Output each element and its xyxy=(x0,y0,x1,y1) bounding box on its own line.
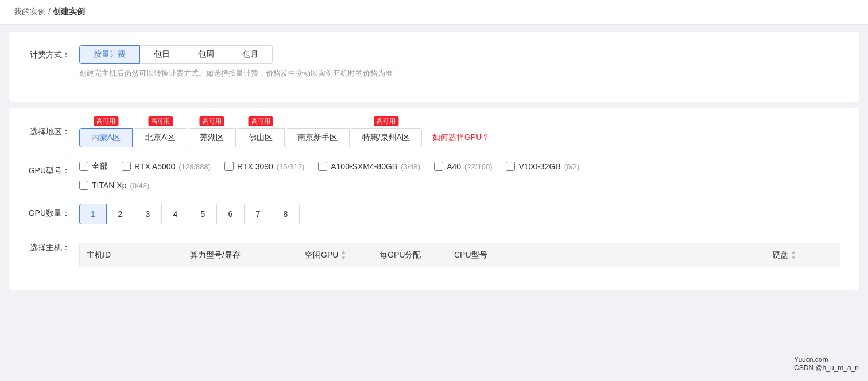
gpu-qty-7[interactable]: 7 xyxy=(245,204,272,224)
gpu-qty-content: 1 2 3 4 5 6 7 8 xyxy=(79,204,840,224)
gpu-a100-count: (3/48) xyxy=(401,162,420,171)
billing-weekly[interactable]: 包周 xyxy=(184,45,228,64)
region-btn-beijing[interactable]: 北京A区 xyxy=(134,128,187,147)
region-beijing: 高可用 北京A区 xyxy=(134,122,187,147)
region-badge-tehui: 高可用 xyxy=(374,116,398,126)
gpu-rtx-a5000-count: (128/888) xyxy=(179,162,211,171)
region-row: 选择地区： 高可用 内蒙A区 高可用 北京A区 高可用 xyxy=(28,122,840,147)
gpu-titan-xp-label: TITAN Xp xyxy=(92,181,126,190)
gpu-type-rtx-a5000-checkbox[interactable] xyxy=(122,162,131,171)
how-to-choose-gpu-link[interactable]: 如何选择GPU？ xyxy=(432,133,490,143)
region-tehui: 高可用 特惠/泉州A区 xyxy=(351,122,422,147)
region-btn-nanjing[interactable]: 南京新手区 xyxy=(286,128,350,147)
gpu-rtx-3090-count: (15/312) xyxy=(277,162,304,171)
gpu-titan-xp-count: (0/48) xyxy=(130,181,149,190)
region-badge-wuhu: 高可用 xyxy=(200,116,224,126)
gpu-type-a40-checkbox[interactable] xyxy=(434,162,443,171)
breadcrumb-parent[interactable]: 我的实例 xyxy=(14,7,46,16)
gpu-type-v100[interactable]: V100-32GB (0/2) xyxy=(506,162,579,171)
region-badge-inner-mongolia: 高可用 xyxy=(94,116,118,126)
region-label: 选择地区： xyxy=(28,122,79,137)
gpu-type-v100-checkbox[interactable] xyxy=(506,162,515,171)
region-btn-tehui[interactable]: 特惠/泉州A区 xyxy=(351,128,422,147)
billing-daily[interactable]: 包日 xyxy=(140,45,184,64)
gpu-type-all-checkbox[interactable] xyxy=(79,162,88,171)
region-btn-inner-mongolia[interactable]: 内蒙A区 xyxy=(79,128,133,147)
gpu-type-row: GPU型号： 全部 RTX A5000 (128/888) RTX 3090 xyxy=(28,161,840,190)
gpu-qty-3[interactable]: 3 xyxy=(134,204,162,224)
region-content: 高可用 内蒙A区 高可用 北京A区 高可用 芜湖区 高可用 xyxy=(79,122,840,147)
gpu-type-a40[interactable]: A40 (22/160) xyxy=(434,162,492,171)
th-host-id: 主机ID xyxy=(80,250,183,261)
disk-sort-icon[interactable]: ▲ ▼ xyxy=(790,249,796,261)
th-per-gpu: 每GPU分配 xyxy=(373,250,447,261)
billing-section: 计费方式： 按量计费 包日 包周 包月 创建完主机后仍然可以转换计费方式。如选择… xyxy=(9,32,859,102)
region-btn-wuhu[interactable]: 芜湖区 xyxy=(188,128,236,147)
gpu-type-options-row2: TITAN Xp (0/48) xyxy=(79,181,840,190)
gpu-a100-label: A100-SXM4-80GB xyxy=(331,162,397,171)
th-cpu-model: CPU型号 xyxy=(447,250,765,261)
gpu-type-options: 全部 RTX A5000 (128/888) RTX 3090 (15/312) xyxy=(79,161,840,172)
breadcrumb: 我的实例 / 创建实例 xyxy=(0,0,868,25)
gpu-type-content: 全部 RTX A5000 (128/888) RTX 3090 (15/312) xyxy=(79,161,840,190)
region-inner-mongolia: 高可用 内蒙A区 xyxy=(79,122,133,147)
region-badge-foshan: 高可用 xyxy=(249,116,273,126)
breadcrumb-separator: / xyxy=(48,7,53,16)
region-nanjing: 南京新手区 xyxy=(286,122,350,147)
gpu-v100-label: V100-32GB xyxy=(518,162,560,171)
gpu-qty-1[interactable]: 1 xyxy=(79,204,107,224)
gpu-a40-count: (22/160) xyxy=(464,162,492,171)
gpu-qty-8[interactable]: 8 xyxy=(272,204,300,224)
gpu-section: 选择地区： 高可用 内蒙A区 高可用 北京A区 高可用 xyxy=(9,108,859,290)
region-badge-beijing: 高可用 xyxy=(148,116,173,126)
gpu-a40-label: A40 xyxy=(447,162,461,171)
host-table-content: 主机ID 算力型号/显存 空闲GPU ▲ ▼ 每GPU分配 CPU型号 xyxy=(79,238,840,267)
idle-gpu-sort-icon[interactable]: ▲ ▼ xyxy=(340,249,346,261)
gpu-type-rtx-3090-checkbox[interactable] xyxy=(224,162,234,171)
host-table-row: 选择主机： 主机ID 算力型号/显存 空闲GPU ▲ ▼ 每GPU分配 xyxy=(28,238,840,267)
gpu-type-rtx-a5000[interactable]: RTX A5000 (128/888) xyxy=(122,162,211,171)
billing-content: 按量计费 包日 包周 包月 创建完主机后仍然可以转换计费方式。如选择按量计费，价… xyxy=(79,45,840,79)
host-table-label: 选择主机： xyxy=(28,238,79,253)
gpu-type-a100[interactable]: A100-SXM4-80GB (3/48) xyxy=(318,162,420,171)
gpu-qty-6[interactable]: 6 xyxy=(217,204,245,224)
region-foshan: 高可用 佛山区 xyxy=(237,122,285,147)
billing-hint: 创建完主机后仍然可以转换计费方式。如选择按量计费，价格发生变动以实例开机时的价格… xyxy=(79,68,840,79)
gpu-type-a100-checkbox[interactable] xyxy=(318,162,327,171)
gpu-type-rtx-3090[interactable]: RTX 3090 (15/312) xyxy=(224,162,304,171)
host-table-header: 主机ID 算力型号/显存 空闲GPU ▲ ▼ 每GPU分配 CPU型号 xyxy=(79,243,840,267)
gpu-qty-4[interactable]: 4 xyxy=(162,204,189,224)
billing-row: 计费方式： 按量计费 包日 包周 包月 创建完主机后仍然可以转换计费方式。如选择… xyxy=(28,45,840,79)
billing-label: 计费方式： xyxy=(28,45,79,60)
billing-monthly[interactable]: 包月 xyxy=(228,45,273,64)
gpu-v100-count: (0/2) xyxy=(564,162,580,171)
gpu-qty-row: GPU数量： 1 2 3 4 5 6 7 8 xyxy=(28,204,840,224)
gpu-qty-2[interactable]: 2 xyxy=(107,204,134,224)
gpu-qty-5[interactable]: 5 xyxy=(189,204,217,224)
gpu-qty-label: GPU数量： xyxy=(28,204,79,219)
th-disk[interactable]: 硬盘 ▲ ▼ xyxy=(765,249,840,261)
gpu-type-label: GPU型号： xyxy=(28,161,79,176)
gpu-all-label: 全部 xyxy=(92,161,108,172)
billing-options: 按量计费 包日 包周 包月 xyxy=(79,45,840,64)
region-items: 高可用 内蒙A区 高可用 北京A区 高可用 芜湖区 高可用 xyxy=(79,122,423,147)
billing-pay-as-you-go[interactable]: 按量计费 xyxy=(79,45,140,64)
region-btn-foshan[interactable]: 佛山区 xyxy=(237,128,285,147)
gpu-rtx-3090-label: RTX 3090 xyxy=(237,162,273,171)
gpu-type-titan-xp[interactable]: TITAN Xp (0/48) xyxy=(79,181,149,190)
gpu-rtx-a5000-label: RTX A5000 xyxy=(134,162,175,171)
th-gpu-model: 算力型号/显存 xyxy=(183,250,298,261)
gpu-type-titan-xp-checkbox[interactable] xyxy=(79,181,88,190)
breadcrumb-current: 创建实例 xyxy=(53,7,85,16)
th-idle-gpu[interactable]: 空闲GPU ▲ ▼ xyxy=(298,249,373,261)
gpu-type-all[interactable]: 全部 xyxy=(79,161,108,172)
region-wuhu: 高可用 芜湖区 xyxy=(188,122,236,147)
gpu-qty-options: 1 2 3 4 5 6 7 8 xyxy=(79,204,840,224)
